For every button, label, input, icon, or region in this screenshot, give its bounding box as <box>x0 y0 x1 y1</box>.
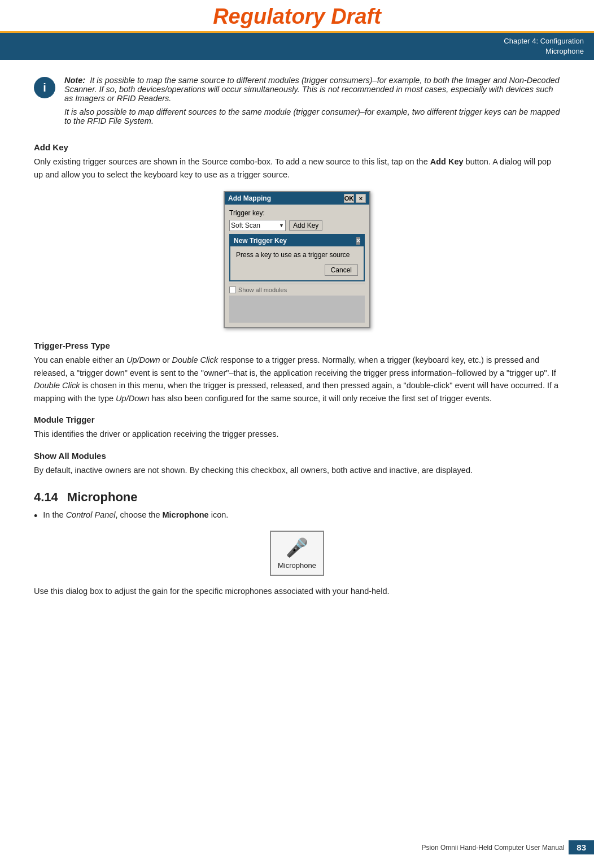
add-key-heading: Add Key <box>34 142 560 152</box>
footer-text: Psion Omnii Hand-Held Computer User Manu… <box>422 844 565 852</box>
page-footer: Psion Omnii Hand-Held Computer User Manu… <box>0 840 594 854</box>
section-414: 4.14 Microphone • In the Control Panel, … <box>34 490 560 597</box>
dialog-close-btn[interactable]: × <box>356 194 366 203</box>
microphone-icon-box: 🎤 Microphone <box>270 531 324 576</box>
section-title: Microphone <box>67 490 138 505</box>
trigger-key-select[interactable]: Soft Scan ▼ <box>229 220 286 231</box>
microphone-bullet: • In the Control Panel, choose the Micro… <box>34 510 560 523</box>
note-content: Note: It is possible to map the same sou… <box>64 76 560 130</box>
add-key-button[interactable]: Add Key <box>289 220 322 231</box>
footer-inner: Psion Omnii Hand-Held Computer User Manu… <box>422 840 594 854</box>
dialog-ok-btn[interactable]: OK <box>344 194 354 203</box>
note-para1: It is possible to map the same source to… <box>64 76 560 103</box>
chapter-line1: Chapter 4: Configuration <box>504 37 584 45</box>
trigger-key-label: Trigger key: <box>229 209 265 217</box>
trigger-press-heading: Trigger-Press Type <box>34 341 560 350</box>
main-content: i Note: It is possible to map the same s… <box>0 60 594 619</box>
add-mapping-dialog: Add Mapping OK × Trigger key: Soft Scan … <box>224 191 370 328</box>
trigger-press-body: You can enable either an Up/Down or Doub… <box>34 354 560 405</box>
add-key-body: Only existing trigger sources are shown … <box>34 155 560 181</box>
add-key-bold: Add Key <box>430 157 464 166</box>
module-trigger-body: This identifies the driver or applicatio… <box>34 428 560 440</box>
bullet-dot: • <box>34 510 37 523</box>
show-all-modules-body: By default, inactive owners are not show… <box>34 464 560 476</box>
subdialog-title: New Trigger Key <box>234 237 287 245</box>
show-all-label: Show all modules <box>238 287 287 293</box>
note-label: Note: <box>64 76 85 85</box>
subdialog-titlebar: New Trigger Key × <box>230 235 364 246</box>
dialog-title-buttons: OK × <box>344 194 366 203</box>
module-trigger-heading: Module Trigger <box>34 415 560 424</box>
subdialog-body: Press a key to use as a trigger source C… <box>230 246 364 280</box>
microphone-icon-label: Microphone <box>278 561 316 570</box>
subdialog-instruction: Press a key to use as a trigger source <box>236 251 358 259</box>
info-icon: i <box>34 77 55 98</box>
subdialog-cancel-area: Cancel <box>236 264 358 276</box>
section-414-heading: 4.14 Microphone <box>34 490 560 505</box>
add-key-body-text1: Only existing trigger sources are shown … <box>34 157 430 166</box>
trigger-key-select-row: Soft Scan ▼ Add Key <box>229 220 365 231</box>
select-arrow-icon: ▼ <box>279 223 284 228</box>
show-all-checkbox[interactable] <box>229 287 236 293</box>
microphone-body: Use this dialog box to adjust the gain f… <box>34 585 560 597</box>
trigger-key-row: Trigger key: <box>229 209 365 217</box>
dialog-titlebar: Add Mapping OK × <box>225 192 369 205</box>
microphone-icon: 🎤 <box>286 537 308 558</box>
page-header: Regulatory Draft <box>0 0 594 33</box>
chapter-bar: Chapter 4: Configuration Microphone <box>0 33 594 60</box>
note-box: i Note: It is possible to map the same s… <box>34 76 560 130</box>
dialog-title: Add Mapping <box>228 194 271 202</box>
page-number: 83 <box>569 840 594 854</box>
show-all-row: Show all modules <box>229 284 365 293</box>
microphone-icon-area: 🎤 Microphone <box>34 531 560 576</box>
page-title: Regulatory Draft <box>0 5 594 29</box>
dialog-area: Add Mapping OK × Trigger key: Soft Scan … <box>34 191 560 328</box>
dialog-gray-area <box>229 296 365 323</box>
bullet-text: In the Control Panel, choose the Microph… <box>43 510 228 519</box>
cancel-button[interactable]: Cancel <box>325 264 358 276</box>
show-all-modules-heading: Show All Modules <box>34 451 560 461</box>
subdialog-close-btn[interactable]: × <box>356 237 360 245</box>
note-para2: It is also possible to map different sou… <box>64 107 560 125</box>
new-trigger-key-dialog: New Trigger Key × Press a key to use as … <box>229 234 365 281</box>
select-value: Soft Scan <box>231 222 260 229</box>
chapter-line2: Microphone <box>545 47 584 55</box>
dialog-body: Trigger key: Soft Scan ▼ Add Key New Tri… <box>225 205 369 327</box>
section-number: 4.14 <box>34 490 58 505</box>
